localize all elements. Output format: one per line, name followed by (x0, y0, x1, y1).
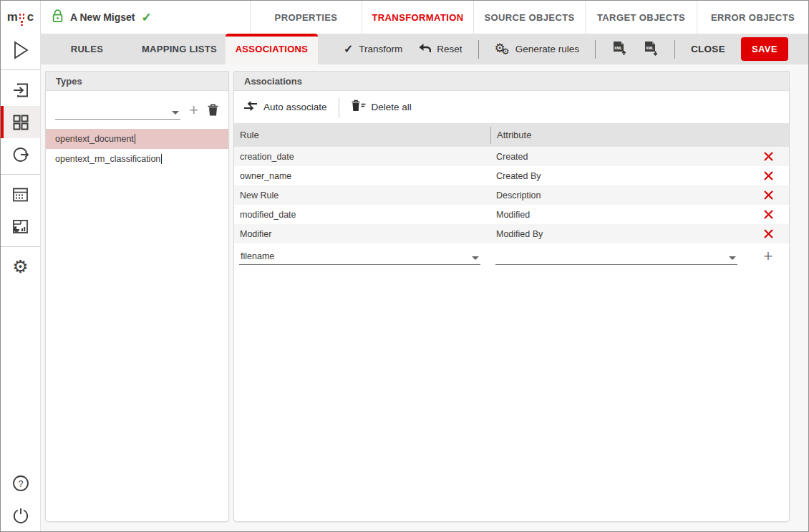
power-icon (12, 507, 29, 524)
reset-button[interactable]: Reset (418, 43, 462, 56)
toolbar-divider (595, 40, 596, 59)
tab-error-objects[interactable]: ERROR OBJECTS (697, 1, 808, 34)
type-select[interactable] (55, 101, 180, 120)
save-button[interactable]: SAVE (741, 37, 788, 61)
text-cursor (161, 154, 162, 164)
toolbar-actions: ✓ Transform Reset ⚙⚙ Generate rules (344, 34, 808, 64)
svg-text:XML: XML (614, 45, 623, 49)
svg-text:?: ? (18, 478, 23, 488)
transform-label: Transform (359, 44, 402, 54)
logo-right: c (27, 10, 34, 24)
toolbar-divider (339, 97, 339, 117)
sidebar-divider (1, 174, 40, 175)
new-rule-select[interactable]: filename (239, 248, 480, 265)
sidebar-item-help[interactable]: ? (1, 467, 40, 499)
delete-sweep-icon (351, 100, 366, 115)
xml-upload-icon: XML (611, 41, 627, 58)
tab-source-objects[interactable]: SOURCE OBJECTS (473, 1, 585, 34)
sidebar-item-run[interactable] (1, 34, 40, 66)
tab-transformation[interactable]: TRANSFORMATION (362, 1, 473, 34)
migset-title-area: A New Migset ✓ (41, 1, 250, 34)
report-chart-icon (12, 218, 29, 235)
association-row: owner_name Created By (234, 166, 789, 185)
associations-table-header: Rule Attribute (234, 123, 789, 147)
rule-cell: modified_date (234, 210, 490, 220)
add-type-button[interactable]: + (189, 102, 198, 118)
column-header-rule: Rule (234, 130, 490, 140)
tab-target-objects[interactable]: TARGET OBJECTS (585, 1, 697, 34)
main-tabs: PROPERTIES TRANSFORMATION SOURCE OBJECTS… (250, 1, 808, 34)
attribute-cell: Modified By (490, 229, 747, 239)
type-list-item[interactable]: opentext_rm_classification (46, 149, 228, 169)
tab-associations[interactable]: ASSOCIATIONS (226, 34, 318, 64)
delete-all-label: Delete all (372, 102, 412, 112)
settings-gear-icon: ⚙ (12, 258, 28, 276)
types-panel-title: Types (46, 72, 228, 91)
generate-rules-button[interactable]: ⚙⚙ Generate rules (495, 42, 579, 56)
migset-name[interactable]: A New Migset (70, 11, 135, 23)
reset-undo-icon (418, 43, 431, 56)
delete-association-button[interactable] (747, 209, 789, 220)
transformation-toolbar: RULES MAPPING LISTS ASSOCIATIONS ✓ Trans… (41, 34, 808, 64)
chevron-down-icon (172, 111, 179, 115)
sign-out-icon (12, 146, 29, 163)
rule-cell: creation_date (234, 152, 490, 162)
sidebar-item-logout[interactable] (1, 499, 40, 531)
svg-text:XML: XML (646, 45, 654, 49)
lock-icon[interactable] (52, 9, 64, 26)
sidebar-item-settings[interactable]: ⚙ (1, 251, 40, 283)
left-sidebar: ⚙ ? (1, 34, 41, 531)
tab-properties[interactable]: PROPERTIES (250, 1, 362, 34)
chevron-down-icon (729, 256, 736, 260)
new-attribute-select[interactable] (495, 248, 737, 265)
xml-import-button[interactable]: XML (611, 41, 627, 58)
type-label: opentext_document (55, 134, 134, 144)
auto-associate-button[interactable]: Auto associate (243, 100, 327, 114)
valid-check-icon: ✓ (142, 10, 152, 25)
toolbar-divider (674, 40, 675, 59)
tab-rules[interactable]: RULES (41, 34, 133, 64)
delete-x-icon (763, 190, 774, 200)
attribute-cell: Created By (490, 171, 747, 181)
type-list-item[interactable]: opentext_document (46, 129, 228, 149)
sidebar-item-source[interactable] (1, 74, 40, 106)
calendar-icon (12, 186, 29, 203)
column-header-attribute: Attribute (490, 127, 747, 144)
sidebar-item-migsets[interactable] (1, 106, 40, 138)
sidebar-divider (1, 69, 40, 70)
delete-association-button[interactable] (747, 170, 789, 181)
xml-export-button[interactable]: XML (643, 41, 659, 58)
help-icon: ? (12, 475, 29, 492)
delete-association-button[interactable] (747, 228, 789, 239)
tab-mapping-lists[interactable]: MAPPING LISTS (133, 34, 226, 64)
sidebar-item-reports[interactable] (1, 211, 40, 243)
association-row: modified_date Modified (234, 205, 789, 224)
type-label: opentext_rm_classification (55, 154, 160, 164)
association-row: creation_date Created (234, 147, 789, 166)
transform-check-icon: ✓ (344, 42, 353, 56)
associations-panel: Associations Auto associate (233, 71, 790, 522)
app-window: m c A New Migset ✓ PROPERTIES TRANSFORMA… (0, 0, 809, 532)
top-header: m c A New Migset ✓ PROPERTIES TRANSFORMA… (1, 1, 808, 34)
delete-x-icon (763, 151, 774, 162)
sidebar-item-scheduler[interactable] (1, 178, 40, 211)
attribute-cell: Modified (490, 210, 747, 220)
chevron-down-icon (472, 256, 479, 260)
delete-association-button[interactable] (747, 151, 789, 162)
delete-type-button[interactable] (207, 103, 219, 117)
types-panel: Types + opentext_document opentext_rm_cl… (45, 71, 229, 522)
logo-dots-icon (19, 12, 26, 25)
sidebar-divider (1, 246, 40, 247)
reset-label: Reset (437, 44, 462, 54)
delete-all-button[interactable]: Delete all (351, 100, 412, 115)
attribute-cell: Description (490, 190, 747, 200)
transform-button[interactable]: ✓ Transform (344, 42, 402, 56)
add-association-button[interactable]: + (764, 248, 773, 264)
sidebar-item-target[interactable] (1, 138, 40, 170)
close-button[interactable]: CLOSE (691, 44, 725, 54)
generate-rules-label: Generate rules (515, 44, 579, 54)
app-logo: m c (1, 1, 41, 34)
delete-association-button[interactable] (747, 190, 789, 200)
associations-panel-title: Associations (234, 72, 789, 91)
auto-associate-label: Auto associate (263, 102, 327, 112)
